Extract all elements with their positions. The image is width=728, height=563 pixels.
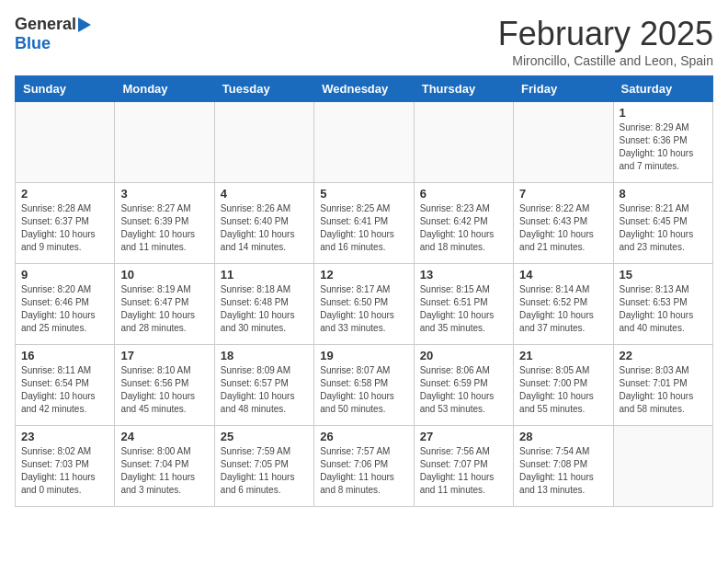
day-info: Sunrise: 8:22 AM Sunset: 6:43 PM Dayligh… (519, 202, 607, 254)
day-info: Sunrise: 8:27 AM Sunset: 6:39 PM Dayligh… (120, 202, 208, 254)
calendar-cell (16, 102, 115, 183)
calendar-cell: 1Sunrise: 8:29 AM Sunset: 6:36 PM Daylig… (613, 102, 712, 183)
calendar-title: February 2025 (498, 15, 713, 53)
day-info: Sunrise: 8:11 AM Sunset: 6:54 PM Dayligh… (21, 364, 108, 416)
day-number: 14 (519, 268, 607, 282)
day-number: 15 (620, 268, 707, 282)
calendar-week-5: 23Sunrise: 8:02 AM Sunset: 7:03 PM Dayli… (16, 426, 713, 507)
calendar-cell: 13Sunrise: 8:15 AM Sunset: 6:51 PM Dayli… (414, 264, 513, 345)
calendar-cell: 4Sunrise: 8:26 AM Sunset: 6:40 PM Daylig… (214, 183, 313, 264)
weekday-monday: Monday (115, 76, 214, 102)
day-info: Sunrise: 8:25 AM Sunset: 6:41 PM Dayligh… (320, 202, 407, 254)
day-info: Sunrise: 8:26 AM Sunset: 6:40 PM Dayligh… (221, 202, 308, 254)
calendar-cell: 7Sunrise: 8:22 AM Sunset: 6:43 PM Daylig… (514, 183, 613, 264)
calendar-cell: 24Sunrise: 8:00 AM Sunset: 7:04 PM Dayli… (115, 426, 214, 507)
title-section: February 2025 Mironcillo, Castille and L… (498, 15, 713, 68)
day-number: 18 (221, 349, 308, 362)
calendar-cell (514, 102, 613, 183)
day-info: Sunrise: 8:18 AM Sunset: 6:48 PM Dayligh… (221, 283, 308, 335)
day-number: 25 (221, 430, 308, 443)
day-number: 26 (320, 430, 407, 443)
calendar-week-3: 9Sunrise: 8:20 AM Sunset: 6:46 PM Daylig… (16, 264, 713, 345)
day-info: Sunrise: 7:54 AM Sunset: 7:08 PM Dayligh… (519, 445, 607, 497)
day-number: 10 (120, 268, 208, 282)
calendar-cell (613, 426, 712, 507)
weekday-sunday: Sunday (16, 76, 115, 102)
day-number: 20 (420, 349, 507, 362)
day-number: 7 (519, 187, 607, 201)
day-number: 11 (221, 268, 308, 282)
weekday-friday: Friday (514, 76, 613, 102)
logo: General Blue (15, 15, 91, 53)
calendar-cell: 25Sunrise: 7:59 AM Sunset: 7:05 PM Dayli… (214, 426, 313, 507)
day-info: Sunrise: 8:20 AM Sunset: 6:46 PM Dayligh… (21, 283, 108, 335)
calendar-cell: 5Sunrise: 8:25 AM Sunset: 6:41 PM Daylig… (314, 183, 414, 264)
day-info: Sunrise: 8:23 AM Sunset: 6:42 PM Dayligh… (420, 202, 507, 254)
calendar-cell: 21Sunrise: 8:05 AM Sunset: 7:00 PM Dayli… (514, 345, 613, 426)
calendar-cell: 28Sunrise: 7:54 AM Sunset: 7:08 PM Dayli… (514, 426, 613, 507)
day-info: Sunrise: 8:21 AM Sunset: 6:45 PM Dayligh… (620, 202, 707, 254)
weekday-thursday: Thursday (414, 76, 513, 102)
calendar-cell: 14Sunrise: 8:14 AM Sunset: 6:52 PM Dayli… (514, 264, 613, 345)
day-number: 28 (519, 430, 607, 443)
day-number: 2 (21, 187, 108, 201)
calendar-cell: 22Sunrise: 8:03 AM Sunset: 7:01 PM Dayli… (613, 345, 712, 426)
day-info: Sunrise: 8:19 AM Sunset: 6:47 PM Dayligh… (120, 283, 208, 335)
calendar-subtitle: Mironcillo, Castille and Leon, Spain (498, 53, 713, 68)
day-info: Sunrise: 8:03 AM Sunset: 7:01 PM Dayligh… (620, 364, 707, 416)
logo-general-text: General (15, 15, 76, 34)
day-info: Sunrise: 8:28 AM Sunset: 6:37 PM Dayligh… (21, 202, 108, 254)
day-info: Sunrise: 8:14 AM Sunset: 6:52 PM Dayligh… (519, 283, 607, 335)
day-number: 16 (21, 349, 108, 362)
day-info: Sunrise: 8:07 AM Sunset: 6:58 PM Dayligh… (320, 364, 407, 416)
day-info: Sunrise: 8:10 AM Sunset: 6:56 PM Dayligh… (120, 364, 208, 416)
day-number: 22 (620, 349, 707, 362)
calendar-cell (414, 102, 513, 183)
day-number: 13 (420, 268, 507, 282)
day-number: 3 (120, 187, 208, 201)
weekday-saturday: Saturday (613, 76, 712, 102)
calendar-cell: 12Sunrise: 8:17 AM Sunset: 6:50 PM Dayli… (314, 264, 414, 345)
day-info: Sunrise: 7:57 AM Sunset: 7:06 PM Dayligh… (320, 445, 407, 497)
calendar-week-1: 1Sunrise: 8:29 AM Sunset: 6:36 PM Daylig… (16, 102, 713, 183)
calendar-cell: 18Sunrise: 8:09 AM Sunset: 6:57 PM Dayli… (214, 345, 313, 426)
day-number: 1 (620, 106, 707, 120)
day-info: Sunrise: 8:17 AM Sunset: 6:50 PM Dayligh… (320, 283, 407, 335)
page-header: General Blue February 2025 Mironcillo, C… (15, 15, 713, 68)
weekday-wednesday: Wednesday (314, 76, 414, 102)
day-info: Sunrise: 8:13 AM Sunset: 6:53 PM Dayligh… (620, 283, 707, 335)
day-info: Sunrise: 8:02 AM Sunset: 7:03 PM Dayligh… (21, 445, 108, 497)
day-info: Sunrise: 8:05 AM Sunset: 7:00 PM Dayligh… (519, 364, 607, 416)
calendar-cell: 2Sunrise: 8:28 AM Sunset: 6:37 PM Daylig… (16, 183, 115, 264)
calendar-cell: 20Sunrise: 8:06 AM Sunset: 6:59 PM Dayli… (414, 345, 513, 426)
calendar-cell: 9Sunrise: 8:20 AM Sunset: 6:46 PM Daylig… (16, 264, 115, 345)
day-number: 8 (620, 187, 707, 201)
calendar-cell: 10Sunrise: 8:19 AM Sunset: 6:47 PM Dayli… (115, 264, 214, 345)
day-info: Sunrise: 8:06 AM Sunset: 6:59 PM Dayligh… (420, 364, 507, 416)
weekday-header-row: SundayMondayTuesdayWednesdayThursdayFrid… (16, 76, 713, 102)
day-number: 21 (519, 349, 607, 362)
day-info: Sunrise: 8:15 AM Sunset: 6:51 PM Dayligh… (420, 283, 507, 335)
day-info: Sunrise: 7:59 AM Sunset: 7:05 PM Dayligh… (221, 445, 308, 497)
day-number: 19 (320, 349, 407, 362)
day-info: Sunrise: 7:56 AM Sunset: 7:07 PM Dayligh… (420, 445, 507, 497)
calendar-cell: 27Sunrise: 7:56 AM Sunset: 7:07 PM Dayli… (414, 426, 513, 507)
calendar-cell: 23Sunrise: 8:02 AM Sunset: 7:03 PM Dayli… (16, 426, 115, 507)
weekday-tuesday: Tuesday (214, 76, 313, 102)
day-info: Sunrise: 8:29 AM Sunset: 6:36 PM Dayligh… (620, 121, 707, 173)
logo-blue-text: Blue (15, 34, 51, 52)
calendar-cell: 15Sunrise: 8:13 AM Sunset: 6:53 PM Dayli… (613, 264, 712, 345)
calendar-cell: 11Sunrise: 8:18 AM Sunset: 6:48 PM Dayli… (214, 264, 313, 345)
calendar-table: SundayMondayTuesdayWednesdayThursdayFrid… (15, 75, 713, 507)
day-number: 23 (21, 430, 108, 443)
calendar-cell: 19Sunrise: 8:07 AM Sunset: 6:58 PM Dayli… (314, 345, 414, 426)
calendar-header: SundayMondayTuesdayWednesdayThursdayFrid… (16, 76, 713, 102)
day-info: Sunrise: 8:09 AM Sunset: 6:57 PM Dayligh… (221, 364, 308, 416)
day-number: 6 (420, 187, 507, 201)
day-number: 17 (120, 349, 208, 362)
day-number: 5 (320, 187, 407, 201)
calendar-cell: 16Sunrise: 8:11 AM Sunset: 6:54 PM Dayli… (16, 345, 115, 426)
calendar-cell (115, 102, 214, 183)
calendar-cell (214, 102, 313, 183)
day-number: 24 (120, 430, 208, 443)
